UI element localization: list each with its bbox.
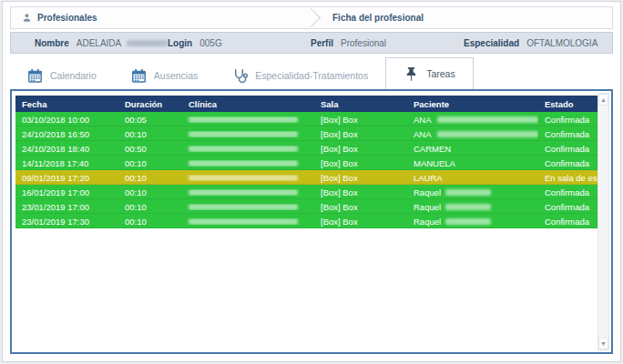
task-row[interactable]: 14/11/2018 17:40 00:10 [Box] Box MANUELA… [15, 156, 602, 170]
tab-especialidad-tratamientos[interactable]: Especialidad-Tratamientos [215, 62, 385, 89]
main-window: Profesionales Ficha del profesional Nomb… [2, 1, 621, 362]
cell-clinica [182, 218, 314, 225]
col-header-duracion: Duración [118, 99, 182, 109]
scroll-up-icon[interactable]: ▲ [598, 94, 608, 106]
tab-label: Ausencias [154, 70, 198, 81]
cell-fecha: 24/10/2018 16:50 [15, 129, 118, 139]
cell-clinica [182, 175, 314, 181]
vertical-scrollbar[interactable]: ▲ ▼ [597, 93, 609, 350]
calendar-icon [131, 68, 147, 84]
redacted-text [189, 189, 298, 196]
cell-duracion: 00:10 [118, 187, 182, 197]
cell-paciente: MANUELA [407, 158, 538, 168]
cell-clinica [182, 146, 314, 152]
field-label: Login [168, 38, 192, 48]
scroll-down-icon[interactable]: ▼ [598, 338, 608, 349]
field-value: 005G [199, 38, 221, 48]
cell-duracion: 00:10 [118, 173, 182, 183]
redacted-text [189, 160, 298, 167]
cell-estado: Confirmada [538, 144, 602, 154]
task-row[interactable]: 24/10/2018 16:50 00:10 [Box] Box ANA Con… [15, 126, 602, 141]
redacted-text [189, 218, 298, 225]
cell-sala: [Box] Box [314, 144, 407, 154]
redacted-text [189, 116, 298, 123]
cell-fecha: 03/10/2018 10:00 [15, 115, 118, 125]
cell-fecha: 24/10/2018 18:40 [15, 144, 118, 154]
cell-estado: Confirmada [538, 187, 602, 197]
cell-duracion: 00:05 [118, 115, 182, 125]
redacted-text [189, 131, 298, 137]
redacted-text [189, 175, 298, 181]
field-label: Especialidad [464, 38, 519, 48]
col-header-clinica: Clínica [182, 99, 314, 109]
redacted-text [445, 218, 491, 225]
cell-clinica [182, 131, 314, 137]
field-value: Profesional [341, 38, 386, 48]
breadcrumb-item-profesionales[interactable]: Profesionales [11, 7, 302, 28]
task-row[interactable]: 16/01/2019 17:00 00:10 [Box] Box Raquel … [15, 185, 602, 199]
breadcrumb-label: Ficha del profesional [332, 13, 424, 23]
tab-calendario[interactable]: Calendario [10, 62, 114, 89]
cell-sala: [Box] Box [314, 217, 407, 227]
cell-duracion: 00:10 [118, 129, 182, 139]
cell-clinica [182, 160, 314, 167]
task-row[interactable]: 23/01/2019 17:30 00:10 [Box] Box Raquel … [15, 214, 602, 228]
redacted-text [189, 204, 298, 210]
cell-fecha: 09/01/2019 17:20 [15, 173, 118, 183]
tab-label: Calendario [50, 70, 97, 81]
task-row[interactable]: 03/10/2018 10:00 00:05 [Box] Box ANA Con… [15, 112, 602, 126]
breadcrumb-item-ficha[interactable]: Ficha del profesional [318, 7, 612, 28]
cell-sala: [Box] Box [314, 173, 407, 183]
cell-paciente: CARMEN [407, 144, 538, 154]
field-especialidad: Especialidad OFTALMOLOGIA [464, 38, 612, 48]
cell-fecha: 14/11/2018 17:40 [15, 158, 118, 168]
cell-fecha: 23/01/2019 17:30 [15, 217, 118, 227]
cell-estado: En sala de espera [538, 173, 602, 183]
cell-duracion: 00:10 [118, 202, 182, 212]
col-header-estado: Estado [538, 99, 602, 109]
field-label: Perfil [311, 38, 333, 48]
col-header-fecha: Fecha [15, 99, 118, 109]
redacted-text [437, 131, 538, 137]
profile-info-bar: Nombre ADELAIDA Login 005G Perfil Profes… [10, 32, 613, 54]
field-label: Nombre [35, 38, 69, 48]
cell-paciente: ANA [407, 115, 538, 125]
cell-sala: [Box] Box [314, 115, 407, 125]
table-header-row: Fecha Duración Clínica Sala Paciente Est… [15, 96, 602, 112]
tasks-table: Fecha Duración Clínica Sala Paciente Est… [15, 96, 602, 228]
cell-sala: [Box] Box [314, 158, 407, 168]
cell-estado: Confirmada [538, 202, 602, 212]
col-header-paciente: Paciente [407, 99, 538, 109]
cell-sala: [Box] Box [314, 129, 407, 139]
calendar-icon [27, 68, 43, 84]
cell-duracion: 00:50 [118, 144, 182, 154]
task-row[interactable]: 23/01/2019 17:00 00:10 [Box] Box Raquel … [15, 199, 602, 214]
field-login: Login 005G [168, 38, 311, 48]
tab-bar: Calendario Ausencias [10, 58, 613, 89]
cell-estado: Confirmada [538, 158, 602, 168]
pushpin-icon [403, 66, 419, 82]
redacted-text [445, 204, 491, 210]
tab-ausencias[interactable]: Ausencias [114, 62, 215, 89]
cell-estado: Confirmada [538, 115, 602, 125]
cell-fecha: 16/01/2019 17:00 [15, 187, 118, 197]
cell-paciente: Raquel [407, 217, 538, 227]
redacted-text [445, 189, 491, 196]
col-header-sala: Sala [314, 99, 407, 109]
cell-clinica [182, 189, 314, 196]
redacted-text [437, 116, 538, 123]
tab-label: Especialidad-Tratamientos [255, 70, 368, 81]
tareas-panel: Fecha Duración Clínica Sala Paciente Est… [10, 89, 613, 354]
breadcrumb: Profesionales Ficha del profesional [10, 6, 613, 29]
task-row[interactable]: 24/10/2018 18:40 00:50 [Box] Box CARMEN … [15, 141, 602, 156]
cell-estado: Confirmada [538, 217, 602, 227]
redacted-text [127, 40, 168, 46]
cell-clinica [182, 116, 314, 123]
task-row[interactable]: 09/01/2019 17:20 00:10 [Box] Box LAURA E… [15, 170, 602, 185]
task-rows: 03/10/2018 10:00 00:05 [Box] Box ANA Con… [15, 112, 602, 228]
cell-duracion: 00:10 [118, 217, 182, 227]
cell-duracion: 00:10 [118, 158, 182, 168]
tab-tareas[interactable]: Tareas [385, 57, 474, 89]
cell-sala: [Box] Box [314, 187, 407, 197]
redacted-text [189, 146, 298, 152]
